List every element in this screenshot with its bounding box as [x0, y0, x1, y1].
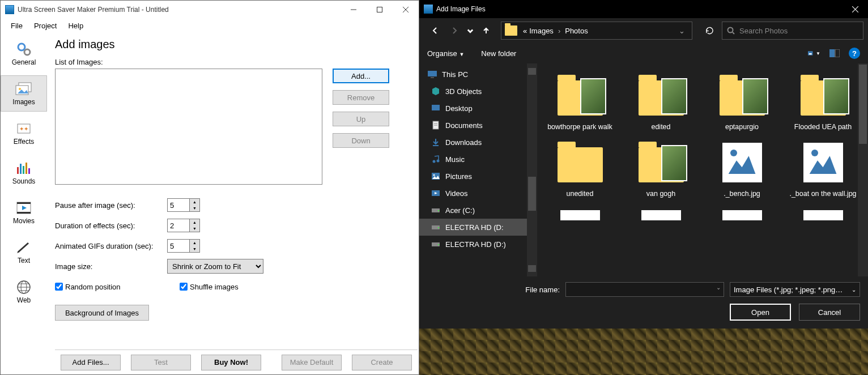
file-item[interactable]: ._boat on the wall.jpg — [782, 137, 858, 201]
sidebar-item-images[interactable]: Images — [1, 75, 47, 112]
sidebar-item-sounds[interactable]: Sounds — [1, 155, 47, 191]
files-scrollbar[interactable] — [858, 63, 868, 276]
create-button[interactable]: Create — [352, 355, 412, 370]
tree-item-electra-hd-d-[interactable]: ELECTRA HD (D: — [419, 219, 527, 236]
nav-back-button[interactable] — [427, 23, 443, 39]
breadcrumb-seg2[interactable]: Photos — [565, 27, 588, 35]
view-mode-button[interactable]: ▼ — [808, 48, 820, 58]
help-button[interactable]: ? — [849, 48, 860, 59]
tree-item-this-pc[interactable]: This PC — [419, 66, 527, 83]
tree-item-desktop[interactable]: Desktop — [419, 100, 527, 117]
menu-help[interactable]: Help — [62, 20, 89, 31]
sidebar-item-web[interactable]: Web — [1, 274, 47, 310]
folder-tree[interactable]: This PC3D ObjectsDesktopDocumentsDownloa… — [419, 63, 527, 276]
dialog-close-button[interactable] — [842, 0, 868, 18]
remove-button[interactable]: Remove — [333, 90, 389, 105]
tree-item-label: Acer (C:) — [445, 206, 475, 215]
vid-icon — [431, 189, 441, 198]
menu-file[interactable]: File — [5, 20, 28, 31]
sidebar-item-effects[interactable]: ✦✦ Effects — [1, 115, 47, 151]
spin-down-icon[interactable]: ▼ — [190, 246, 199, 252]
svg-rect-32 — [809, 53, 812, 54]
nav-up-button[interactable] — [478, 23, 494, 39]
gear-icon — [14, 41, 33, 57]
open-button[interactable]: Open — [730, 304, 791, 321]
file-list[interactable]: bowthorpe park walkeditedeptapurgioFlood… — [537, 63, 858, 276]
duration-input[interactable] — [167, 219, 190, 232]
close-button[interactable] — [393, 1, 419, 19]
file-item[interactable]: eptapurgio — [701, 70, 782, 134]
spin-up-icon[interactable]: ▲ — [190, 240, 199, 246]
images-listbox[interactable] — [55, 69, 322, 185]
file-item[interactable]: bowthorpe park walk — [539, 70, 620, 134]
footer: Add Files... Test Buy Now! Make Default … — [55, 350, 418, 374]
size-combobox[interactable]: Shrink or Zoom to Fit — [167, 259, 263, 274]
spin-up-icon[interactable]: ▲ — [190, 219, 199, 225]
spin-down-icon[interactable]: ▼ — [190, 205, 199, 211]
gif-input[interactable] — [167, 239, 190, 253]
filter-combobox[interactable]: Image Files (*.jpg; *.jpeg; *.png…⌄ — [730, 282, 860, 297]
file-item[interactable]: Flooded UEA path — [782, 70, 858, 134]
file-item[interactable] — [701, 204, 782, 223]
duration-spinner[interactable]: ▲▼ — [167, 219, 200, 232]
file-item[interactable]: unedited — [539, 137, 620, 201]
gif-spinner[interactable]: ▲▼ — [167, 239, 200, 253]
spin-up-icon[interactable]: ▲ — [190, 199, 199, 205]
file-item[interactable] — [620, 204, 701, 223]
tree-item-acer-c-[interactable]: Acer (C:) — [419, 202, 527, 219]
svg-point-8 — [19, 88, 21, 90]
search-input[interactable]: Search Photos — [722, 22, 863, 40]
filename-input[interactable] — [565, 282, 724, 297]
makedefault-button[interactable]: Make Default — [282, 355, 342, 370]
preview-pane-button[interactable] — [828, 48, 841, 58]
pause-spinner[interactable]: ▲▼ — [167, 198, 200, 212]
tree-item-3d-objects[interactable]: 3D Objects — [419, 83, 527, 100]
desktop-icon — [431, 104, 441, 113]
tree-item-videos[interactable]: Videos — [419, 185, 527, 202]
tree-scrollbar[interactable] — [527, 63, 537, 276]
organise-menu[interactable]: Organise ▼ — [427, 49, 464, 58]
svg-point-4 — [18, 44, 25, 50]
file-item[interactable] — [782, 204, 858, 223]
buynow-button[interactable]: Buy Now! — [201, 355, 261, 370]
random-checkbox[interactable]: Random position — [55, 283, 167, 291]
sidebar-item-general[interactable]: General — [1, 36, 47, 72]
tree-item-downloads[interactable]: Downloads — [419, 134, 527, 151]
file-item[interactable] — [539, 204, 620, 223]
tree-item-music[interactable]: Music — [419, 151, 527, 168]
sidebar-item-text[interactable]: Text — [1, 234, 47, 270]
filename-label: File name: — [525, 285, 560, 294]
file-item[interactable]: van gogh — [620, 137, 701, 201]
spin-down-icon[interactable]: ▼ — [190, 225, 199, 232]
maximize-button[interactable] — [367, 1, 393, 19]
up-button[interactable]: Up — [333, 112, 389, 126]
breadcrumb-seg1[interactable]: Images — [529, 27, 554, 35]
menu-project[interactable]: Project — [28, 20, 62, 31]
address-bar[interactable]: « Images › Photos ⌄ — [501, 22, 692, 40]
tree-item-pictures[interactable]: Pictures — [419, 168, 527, 185]
sidebar-item-movies[interactable]: Movies — [1, 194, 47, 231]
file-item[interactable]: edited — [620, 70, 701, 134]
addfiles-button[interactable]: Add Files... — [61, 355, 121, 370]
refresh-button[interactable] — [700, 22, 718, 40]
chevron-down-icon[interactable]: ⌄ — [716, 284, 721, 291]
tree-item-electra-hd-d-[interactable]: ELECTRA HD (D:) — [419, 236, 527, 253]
newfolder-button[interactable]: New folder — [481, 49, 516, 58]
minimize-button[interactable] — [341, 1, 367, 19]
svg-point-5 — [24, 49, 30, 55]
shuffle-checkbox[interactable]: Shuffle images — [180, 283, 239, 291]
background-button[interactable]: Background of Images — [55, 305, 149, 321]
pause-input[interactable] — [167, 198, 190, 212]
drive-icon — [431, 240, 441, 249]
tree-item-documents[interactable]: Documents — [419, 117, 527, 134]
down-button[interactable]: Down — [333, 133, 389, 148]
test-button[interactable]: Test — [131, 355, 191, 370]
nav-recent-button[interactable] — [466, 23, 475, 39]
app-window: Ultra Screen Saver Maker Premium Trial -… — [0, 0, 419, 375]
chevron-down-icon: ▼ — [459, 52, 464, 57]
nav-forward-button[interactable] — [446, 23, 462, 39]
chevron-down-icon[interactable]: ⌄ — [675, 27, 688, 35]
add-button[interactable]: Add... — [333, 69, 389, 83]
cancel-button[interactable]: Cancel — [799, 304, 860, 321]
file-item[interactable]: ._bench.jpg — [701, 137, 782, 201]
